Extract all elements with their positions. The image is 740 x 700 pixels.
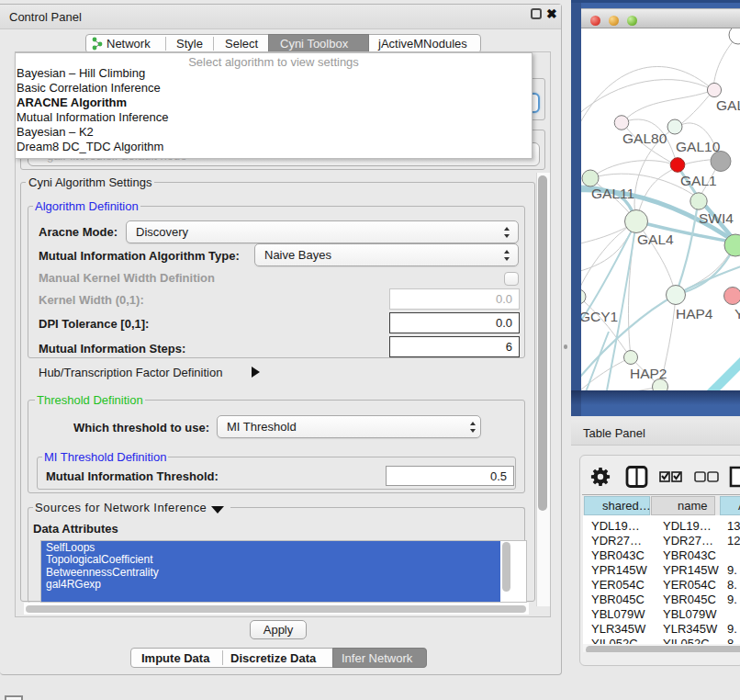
svg-text:GCY1: GCY1 bbox=[581, 309, 618, 324]
svg-text:GAL1: GAL1 bbox=[680, 173, 717, 188]
svg-text:SWI4: SWI4 bbox=[699, 210, 734, 226]
svg-text:GAL: GAL bbox=[716, 97, 740, 113]
svg-text:GAL10: GAL10 bbox=[676, 139, 721, 154]
svg-text:GAL11: GAL11 bbox=[591, 186, 634, 201]
svg-text:Y: Y bbox=[734, 306, 740, 322]
svg-text:HAP2: HAP2 bbox=[630, 366, 667, 381]
svg-text:GAL80: GAL80 bbox=[622, 130, 667, 146]
svg-text:GAL4: GAL4 bbox=[637, 231, 674, 247]
svg-text:HAP4: HAP4 bbox=[676, 306, 713, 322]
